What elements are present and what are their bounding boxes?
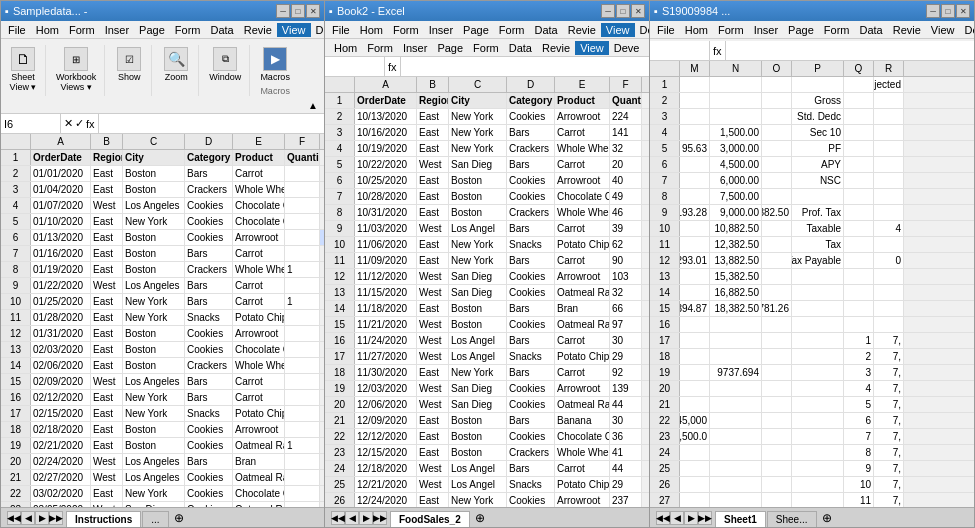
menu-form2-3[interactable]: Form bbox=[819, 23, 855, 37]
cell[interactable]: Crackers bbox=[185, 182, 233, 197]
cell[interactable]: Snacks bbox=[507, 477, 555, 492]
cell[interactable]: 9,000.00 bbox=[710, 205, 762, 220]
table-row[interactable]: 310/16/2020EastNew YorkBarsCarrot141 bbox=[325, 125, 649, 141]
cell[interactable]: Los Angel bbox=[449, 333, 507, 348]
cell[interactable]: 11/30/2020 bbox=[355, 365, 417, 380]
cell[interactable] bbox=[762, 493, 792, 507]
rt-home-2[interactable]: Hom bbox=[329, 41, 362, 55]
cell[interactable]: Whole Whe bbox=[555, 205, 610, 220]
cell[interactable]: 7, bbox=[874, 397, 904, 412]
cell[interactable]: East bbox=[417, 237, 449, 252]
cell[interactable]: East bbox=[91, 422, 123, 437]
cell[interactable] bbox=[680, 317, 710, 332]
fx-icon[interactable]: fx bbox=[86, 118, 95, 130]
cell[interactable]: San Dieg bbox=[449, 397, 507, 412]
sheet-nav-prev-1[interactable]: ◀ bbox=[21, 511, 35, 525]
table-row[interactable]: 2047, bbox=[650, 381, 974, 397]
cell[interactable]: Arrowroot bbox=[555, 381, 610, 396]
cell[interactable]: West bbox=[417, 381, 449, 396]
cell[interactable]: Boston bbox=[449, 189, 507, 204]
cell[interactable]: Bars bbox=[185, 390, 233, 405]
cell[interactable] bbox=[710, 109, 762, 124]
cell[interactable]: 141 bbox=[610, 125, 642, 140]
cell[interactable]: Whole Whe bbox=[233, 182, 285, 197]
cell[interactable] bbox=[844, 125, 874, 140]
cell[interactable]: 32 bbox=[610, 141, 642, 156]
rt-insert-2[interactable]: Inser bbox=[398, 41, 432, 55]
cell[interactable] bbox=[710, 493, 762, 507]
sheet-nav-first-1[interactable]: ◀◀ bbox=[7, 511, 21, 525]
cell[interactable] bbox=[680, 77, 710, 92]
cell[interactable]: 4,500.00 bbox=[710, 157, 762, 172]
menu-file-1[interactable]: File bbox=[3, 23, 31, 37]
cell[interactable]: East bbox=[91, 310, 123, 325]
table-row[interactable]: 210/13/2020EastNew YorkCookiesArrowroot2… bbox=[325, 109, 649, 125]
cell[interactable]: Carrot bbox=[555, 461, 610, 476]
cell[interactable]: Los Angeles bbox=[123, 198, 185, 213]
cell[interactable]: Quantity bbox=[610, 93, 642, 108]
table-row[interactable]: 1011/06/2020EastNew YorkSnacksPotato Chi… bbox=[325, 237, 649, 253]
table-row[interactable]: 26107, bbox=[650, 477, 974, 493]
cell[interactable]: 1 bbox=[285, 262, 320, 277]
cell[interactable]: 11/27/2020 bbox=[355, 349, 417, 364]
cell[interactable]: Bars bbox=[185, 278, 233, 293]
cell[interactable]: Potato Chip bbox=[555, 237, 610, 252]
cell[interactable]: Potato Chip bbox=[555, 349, 610, 364]
cell[interactable]: New York bbox=[123, 294, 185, 309]
cell[interactable] bbox=[762, 381, 792, 396]
cell[interactable]: Carrot bbox=[233, 390, 285, 405]
cell[interactable]: 44 bbox=[610, 397, 642, 412]
cell[interactable] bbox=[844, 93, 874, 108]
cell[interactable]: New York bbox=[449, 253, 507, 268]
cell[interactable] bbox=[844, 205, 874, 220]
name-box-1[interactable]: I6 bbox=[1, 114, 61, 133]
cell[interactable] bbox=[680, 381, 710, 396]
cell[interactable]: 1 bbox=[844, 333, 874, 348]
cell[interactable]: East bbox=[91, 262, 123, 277]
cell[interactable]: 18,382.50 bbox=[710, 301, 762, 316]
menu-page-3[interactable]: Page bbox=[783, 23, 819, 37]
cell[interactable]: West bbox=[91, 278, 123, 293]
table-row[interactable]: 2412/18/2020WestLos AngelBarsCarrot44 bbox=[325, 461, 649, 477]
cell[interactable] bbox=[680, 109, 710, 124]
ribbon-btn-zoom[interactable]: 🔍 Zoom bbox=[158, 45, 194, 84]
menu-form-3[interactable]: Form bbox=[713, 23, 749, 37]
cell[interactable]: 12,382.50 bbox=[710, 237, 762, 252]
cell[interactable]: OrderDate bbox=[31, 150, 91, 165]
cell[interactable]: Product bbox=[233, 150, 285, 165]
menu-insert-1[interactable]: Inser bbox=[100, 23, 134, 37]
cell[interactable] bbox=[285, 454, 320, 469]
table-row[interactable]: 1Projected bbox=[650, 77, 974, 93]
cell[interactable]: New York bbox=[449, 237, 507, 252]
cell[interactable]: 02/15/2020 bbox=[31, 406, 91, 421]
cell[interactable]: 32 bbox=[610, 285, 642, 300]
cell[interactable] bbox=[710, 413, 762, 428]
cell[interactable]: East bbox=[91, 166, 123, 181]
cell[interactable]: 5 bbox=[844, 397, 874, 412]
cell[interactable]: San Dieg bbox=[449, 269, 507, 284]
ribbon-collapse-btn-1[interactable]: ▲ bbox=[308, 100, 318, 111]
fx-icon-2[interactable]: fx bbox=[388, 61, 397, 73]
cell[interactable] bbox=[762, 317, 792, 332]
cell[interactable] bbox=[710, 461, 762, 476]
menu-form-1[interactable]: Form bbox=[64, 23, 100, 37]
cell[interactable]: East bbox=[91, 230, 123, 245]
cell[interactable]: Los Angeles bbox=[123, 470, 185, 485]
cell[interactable]: Region bbox=[417, 93, 449, 108]
cell[interactable]: Boston bbox=[123, 166, 185, 181]
enter-formula-icon[interactable]: ✓ bbox=[75, 117, 84, 130]
cell[interactable]: Crackers bbox=[507, 205, 555, 220]
sheet-tab-more-1[interactable]: ... bbox=[142, 511, 168, 527]
cell[interactable] bbox=[285, 422, 320, 437]
cell[interactable]: New York bbox=[123, 390, 185, 405]
cell[interactable] bbox=[680, 365, 710, 380]
table-row[interactable]: 1311/15/2020WestSan DiegCookiesOatmeal R… bbox=[325, 285, 649, 301]
cell[interactable]: 293.01 bbox=[680, 253, 710, 268]
table-row[interactable]: 12293.0113,882.50Tax Payable0 bbox=[650, 253, 974, 269]
sheet-nav-next-1[interactable]: ▶ bbox=[35, 511, 49, 525]
cell[interactable]: 13,882.50 bbox=[710, 253, 762, 268]
cell[interactable]: San Dieg bbox=[449, 285, 507, 300]
cell[interactable]: NSC bbox=[792, 173, 844, 188]
cell[interactable]: San Dieg bbox=[449, 157, 507, 172]
menu-view-2[interactable]: View bbox=[601, 23, 635, 37]
